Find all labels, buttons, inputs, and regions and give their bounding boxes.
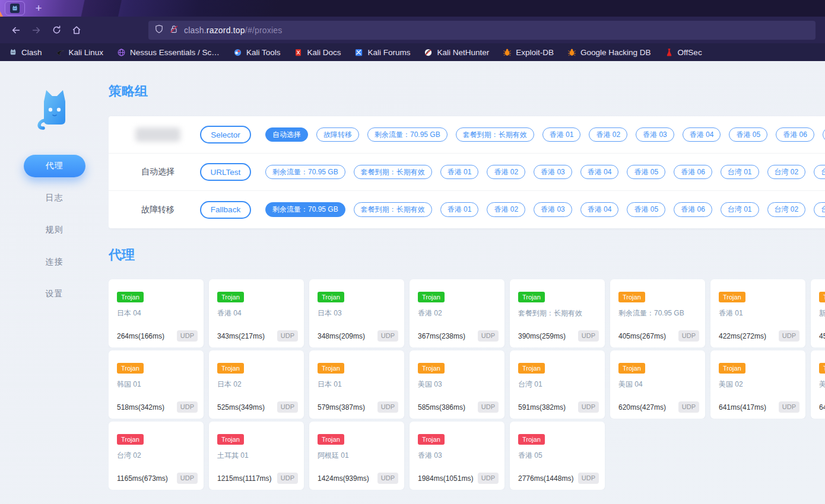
sidebar-item-logs[interactable]: 日志 [24, 182, 85, 214]
reload-button[interactable] [46, 20, 66, 40]
bookmark-item[interactable]: Exploit-DB [503, 48, 554, 57]
proxy-card[interactable]: Trojan香港 01422ms(272ms)UDP [710, 279, 805, 347]
proxy-card-footer: 45UDP [819, 330, 825, 342]
sidebar-item-rules[interactable]: 规则 [24, 214, 85, 246]
proxy-card[interactable]: Trojan剩余流量：70.95 GB405ms(267ms)UDP [610, 279, 705, 347]
bug-icon [503, 48, 512, 57]
proxy-option-chip[interactable]: 香港 03 [636, 127, 674, 142]
home-button[interactable] [66, 20, 87, 40]
bookmark-item[interactable]: Kali Tools [233, 48, 281, 57]
proxy-option-chip[interactable]: 台湾 02 [767, 165, 806, 179]
proxy-card[interactable]: Trojan套餐到期：长期有效390ms(259ms)UDP [510, 279, 605, 347]
proxy-option-chip[interactable]: 香港 02 [487, 165, 525, 179]
proxy-card[interactable]: Trojan日本 02525ms(349ms)UDP [209, 350, 304, 419]
udp-badge: UDP [478, 401, 499, 413]
bookmark-item[interactable]: Clash [8, 48, 42, 57]
proxy-card[interactable]: Trojan韩国 01518ms(342ms)UDP [109, 350, 204, 419]
sidebar-item-proxies[interactable]: 代理 [24, 155, 85, 177]
proxy-option-chip[interactable]: 香港 01 [440, 202, 479, 216]
proxy-card[interactable]: Trojan台湾 01591ms(382ms)UDP [510, 350, 605, 419]
proxy-card[interactable]: Trojan美国 0164UDP [811, 350, 825, 419]
browser-tab-bar: + [0, 0, 825, 17]
proxy-option-chip[interactable]: 剩余流量：70.95 GB [367, 127, 448, 142]
udp-badge: UDP [779, 330, 799, 342]
proxy-option-chip[interactable]: 香港 05 [729, 127, 767, 142]
proxy-option-chip[interactable]: 香港 01 [440, 165, 479, 179]
proxy-option-chip[interactable]: 套餐到期：长期有效 [456, 127, 534, 142]
proxy-card[interactable]: Trojan美国 02641ms(417ms)UDP [710, 350, 805, 419]
tracking-shield-icon[interactable] [154, 24, 164, 36]
proxy-card[interactable]: Trojan新加坡 0145UDP [811, 279, 825, 347]
proxy-option-chip[interactable]: 故障转移 [316, 127, 359, 142]
proxy-name: 日本 04 [117, 308, 195, 318]
proxy-card[interactable]: Trojan香港 031984ms(1051ms)UDP [410, 422, 504, 490]
proxy-option-chip[interactable]: 台湾 03 [814, 165, 825, 179]
proxy-option-chip[interactable]: 剩余流量：70.95 GB [265, 165, 345, 179]
sidebar-item-settings[interactable]: 设置 [24, 278, 85, 310]
udp-badge: UDP [277, 473, 298, 484]
bookmark-item[interactable]: OffSec [665, 48, 702, 57]
bookmark-item[interactable]: Kali Docs [294, 48, 341, 57]
policy-type-badge: Selector [200, 126, 251, 143]
proxy-option-chip[interactable]: 剩余流量：70.95 GB [265, 202, 345, 216]
proxy-option-chip[interactable]: 台湾 01 [721, 165, 759, 179]
proxy-option-chip[interactable]: 台湾 03 [814, 202, 825, 216]
proxy-card[interactable]: Trojan日本 04264ms(166ms)UDP [109, 279, 204, 347]
proxy-card[interactable]: Trojan台湾 021165ms(673ms)UDP [109, 422, 204, 490]
back-button[interactable] [6, 20, 26, 40]
latency-value: 343ms(217ms) [217, 332, 265, 340]
proxy-option-chip[interactable]: 套餐到期：长期有效 [354, 165, 432, 179]
proxy-option-chip[interactable]: 台湾 02 [767, 202, 806, 216]
proxy-option-chip[interactable]: 香港 04 [683, 127, 721, 142]
proxy-option-chip[interactable]: 香港 01 [542, 127, 581, 142]
policy-groups-panel: Selector自动选择故障转移剩余流量：70.95 GB套餐到期：长期有效香港… [109, 116, 825, 228]
proxy-card[interactable]: Trojan日本 03348ms(209ms)UDP [309, 279, 404, 347]
proxy-card[interactable]: Trojan日本 01579ms(387ms)UDP [309, 350, 404, 419]
bookmark-item[interactable]: Kali NetHunter [424, 48, 489, 57]
proxy-card-row: Trojan韩国 01518ms(342ms)UDPTrojan日本 02525… [109, 350, 825, 419]
bookmark-item[interactable]: Nessus Essentials / Sc… [117, 48, 220, 57]
url-text: clash.razord.top/#/proxies [184, 25, 283, 35]
latency-value: 579ms(387ms) [318, 403, 365, 412]
proxy-option-chip[interactable]: 套餐到期：长期有效 [354, 202, 432, 216]
proxy-card[interactable]: Trojan阿根廷 011424ms(939ms)UDP [309, 422, 404, 490]
proxy-option-chip[interactable]: 香港 06 [674, 202, 712, 216]
bookmark-item[interactable]: Kali Linux [56, 48, 104, 57]
udp-badge: UDP [277, 330, 298, 342]
udp-badge: UDP [277, 401, 298, 413]
protocol-badge: Trojan [117, 434, 144, 445]
proxy-cards-grid: Trojan日本 04264ms(166ms)UDPTrojan香港 04343… [109, 279, 825, 490]
insecure-lock-icon[interactable] [169, 24, 179, 36]
proxy-option-chip[interactable]: 香港 02 [487, 202, 525, 216]
proxy-card[interactable]: Trojan香港 052776ms(1448ms)UDP [510, 422, 605, 490]
url-bar[interactable]: clash.razord.top/#/proxies [148, 21, 816, 40]
proxy-option-chip[interactable]: 台湾 01 [823, 127, 825, 142]
proxy-option-chip[interactable]: 香港 05 [627, 165, 665, 179]
sidebar-item-connections[interactable]: 连接 [24, 246, 85, 278]
proxy-option-chip[interactable]: 台湾 01 [721, 202, 759, 216]
proxy-card[interactable]: Trojan美国 03585ms(386ms)UDP [410, 350, 504, 419]
forward-button[interactable] [26, 20, 46, 40]
clash-cat-logo-icon [36, 87, 74, 135]
proxy-card[interactable]: Trojan香港 02367ms(238ms)UDP [410, 279, 504, 347]
proxy-card[interactable]: Trojan土耳其 011215ms(1117ms)UDP [209, 422, 304, 490]
proxy-option-chip[interactable]: 香港 04 [580, 165, 619, 179]
protocol-badge: Trojan [719, 363, 745, 374]
proxy-option-chip[interactable]: 香港 02 [589, 127, 627, 142]
proxy-name: 香港 02 [418, 308, 496, 318]
proxy-option-chip[interactable]: 香港 03 [534, 165, 572, 179]
proxy-card[interactable]: Trojan香港 04343ms(217ms)UDP [209, 279, 304, 347]
proxy-option-chip[interactable]: 香港 03 [534, 202, 572, 216]
bookmark-item[interactable]: Google Hacking DB [567, 48, 651, 57]
proxy-option-chip[interactable]: 香港 06 [674, 165, 712, 179]
bookmarks-bar: ClashKali LinuxNessus Essentials / Sc…Ka… [0, 43, 825, 61]
proxy-card[interactable]: Trojan美国 04620ms(427ms)UDP [610, 350, 705, 419]
proxy-option-chip[interactable]: 香港 04 [580, 202, 619, 216]
new-tab-button[interactable]: + [31, 0, 46, 17]
proxy-option-chip[interactable]: 自动选择 [265, 127, 308, 142]
bookmark-item[interactable]: Kali Forums [354, 48, 410, 57]
browser-tab-clash[interactable] [5, 1, 25, 15]
protocol-badge: Trojan [117, 292, 144, 302]
proxy-option-chip[interactable]: 香港 06 [776, 127, 814, 142]
proxy-option-chip[interactable]: 香港 05 [627, 202, 665, 216]
